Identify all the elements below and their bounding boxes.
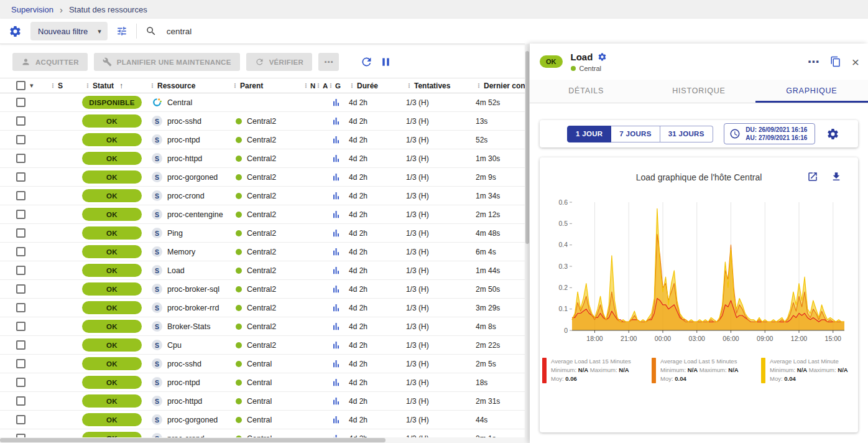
row-checkbox[interactable]	[16, 154, 25, 163]
tab-history[interactable]: HISTORIQUE	[642, 80, 755, 103]
row-checkbox[interactable]	[16, 172, 25, 182]
graph-icon[interactable]	[331, 191, 341, 200]
graph-icon[interactable]	[331, 378, 341, 387]
parent-name[interactable]: Central2	[247, 154, 276, 163]
drag-handle-icon[interactable]: ⋮	[303, 83, 309, 89]
col-status-header[interactable]: Statut	[93, 82, 114, 90]
row-checkbox[interactable]	[16, 284, 25, 294]
drag-handle-icon[interactable]: ⋮	[328, 83, 334, 89]
graph-icon[interactable]	[331, 284, 341, 294]
parent-name[interactable]: Central2	[247, 341, 276, 350]
download-icon[interactable]	[831, 171, 842, 182]
parent-name[interactable]: Central2	[247, 285, 276, 294]
resource-name[interactable]: proc-ntpd	[167, 136, 200, 144]
resource-name[interactable]: proc-crond	[167, 192, 205, 200]
table-row[interactable]: OK S proc-ntpd Central2 4d 2h 1/3 (H) 52…	[0, 131, 530, 149]
row-checkbox[interactable]	[16, 415, 25, 424]
parent-name[interactable]: Central2	[247, 266, 276, 275]
drag-handle-icon[interactable]: ⋮	[349, 83, 355, 89]
legend-item[interactable]: Average Load Last 15 Minutes Minimum: N/…	[542, 358, 649, 383]
parent-name[interactable]: Central2	[247, 210, 276, 219]
vertical-scrollbar-thumb[interactable]	[525, 51, 529, 244]
col-duration-header[interactable]: Durée	[357, 82, 378, 90]
load-chart[interactable]: 00.10.20.30.40.50.618:0021:0000:0003:000…	[543, 197, 854, 353]
table-row[interactable]: OK S Cpu Central2 4d 2h 1/3 (H) 2m 22s	[0, 336, 530, 355]
close-panel-icon[interactable]: ×	[852, 55, 859, 68]
row-checkbox[interactable]	[16, 396, 25, 406]
table-row[interactable]: OK S proc-sshd Central 4d 2h 1/3 (H) 2m …	[0, 355, 530, 373]
table-row[interactable]: DISPONIBLE Central 4d 2h 1/3 (H) 4m 52s	[0, 93, 530, 112]
row-checkbox[interactable]	[16, 378, 25, 387]
row-checkbox[interactable]	[16, 359, 25, 368]
parent-name[interactable]: Central	[247, 397, 272, 406]
col-parent-header[interactable]: Parent	[240, 82, 263, 90]
graph-icon[interactable]	[331, 322, 341, 331]
date-range-picker[interactable]: DU: 26/09/2021 16:16 AU: 27/09/2021 16:1…	[724, 123, 815, 144]
resource-name[interactable]: proc-broker-rrd	[167, 304, 219, 312]
graph-icon[interactable]	[331, 415, 341, 424]
parent-name[interactable]: Central2	[247, 192, 276, 200]
drag-handle-icon[interactable]: ⋮	[476, 83, 482, 89]
resource-settings-gear-icon[interactable]	[598, 52, 607, 62]
select-all-caret-icon[interactable]: ▾	[30, 82, 34, 89]
graph-icon[interactable]	[331, 210, 341, 219]
sort-asc-icon[interactable]: ↑	[119, 82, 123, 90]
vertical-scrollbar[interactable]	[525, 44, 530, 443]
resource-name[interactable]: proc-httpd	[167, 397, 202, 406]
period-7days-button[interactable]: 7 JOURS	[611, 126, 660, 142]
resource-name[interactable]: Central	[167, 98, 192, 107]
col-resource-header[interactable]: Ressource	[157, 82, 195, 90]
horizontal-scrollbar[interactable]	[0, 437, 525, 443]
col-a-header[interactable]: A	[323, 82, 328, 90]
drag-handle-icon[interactable]: ⋮	[232, 83, 238, 89]
resource-name[interactable]: Ping	[167, 229, 183, 238]
open-in-new-icon[interactable]	[807, 171, 818, 182]
parent-name[interactable]: Central	[247, 416, 272, 424]
resource-name[interactable]: proc-gorgoned	[167, 173, 218, 182]
table-row[interactable]: OK S proc-broker-sql Central2 4d 2h 1/3 …	[0, 280, 530, 299]
check-button[interactable]: VÉRIFIER	[246, 53, 312, 71]
drag-handle-icon[interactable]: ⋮	[315, 83, 321, 89]
graph-icon[interactable]	[331, 340, 341, 350]
parent-name[interactable]: Central2	[247, 322, 276, 331]
table-row[interactable]: OK S proc-gorgoned Central 4d 2h 1/3 (H)…	[0, 411, 530, 429]
graph-icon[interactable]	[331, 396, 341, 406]
parent-name[interactable]: Central2	[247, 173, 276, 182]
col-g-header[interactable]: G	[335, 82, 341, 90]
row-checkbox[interactable]	[16, 303, 25, 312]
resource-name[interactable]: proc-sshd	[167, 117, 201, 126]
resource-name[interactable]: proc-ntpd	[167, 378, 200, 387]
graph-icon[interactable]	[331, 172, 341, 182]
legend-item[interactable]: Average Load Last 5 Minutes Minimum: N/A…	[652, 358, 759, 383]
parent-name[interactable]: Central2	[247, 229, 276, 238]
table-row[interactable]: OK S proc-crond Central2 4d 2h 1/3 (H) 1…	[0, 187, 530, 205]
pause-icon[interactable]	[379, 55, 392, 68]
row-checkbox[interactable]	[16, 340, 25, 350]
period-1day-button[interactable]: 1 JOUR	[567, 126, 611, 142]
breadcrumb-supervision[interactable]: Supervision	[11, 5, 53, 14]
table-row[interactable]: OK S proc-ntpd Central 4d 2h 1/3 (H) 18s	[0, 373, 530, 392]
filter-tune-icon[interactable]	[116, 26, 127, 37]
maintenance-button[interactable]: PLANIFIER UNE MAINTENANCE	[94, 53, 240, 71]
parent-name[interactable]: Central	[247, 378, 272, 387]
col-severity-header[interactable]: S	[58, 82, 63, 90]
resource-name[interactable]: proc-gorgoned	[167, 416, 218, 424]
table-row[interactable]: OK S proc-broker-rrd Central2 4d 2h 1/3 …	[0, 299, 530, 317]
resource-name[interactable]: proc-centengine	[167, 210, 223, 219]
search-input[interactable]	[165, 26, 566, 37]
copy-link-icon[interactable]	[830, 56, 841, 67]
more-actions-button[interactable]: ⋯	[318, 53, 339, 71]
row-checkbox[interactable]	[16, 266, 25, 275]
panel-parent-name[interactable]: Central	[579, 65, 601, 72]
filter-preset-select[interactable]: Nouveau filtre ▾	[30, 22, 108, 40]
horizontal-scrollbar-thumb[interactable]	[0, 438, 386, 442]
graph-icon[interactable]	[331, 154, 341, 163]
refresh-icon[interactable]	[360, 55, 373, 68]
table-row[interactable]: OK S proc-httpd Central2 4d 2h 1/3 (H) 1…	[0, 149, 530, 168]
row-checkbox[interactable]	[16, 135, 25, 144]
panel-more-icon[interactable]: ⋯	[808, 56, 820, 68]
graph-icon[interactable]	[331, 135, 341, 144]
table-row[interactable]: OK S Memory Central2 4d 2h 1/3 (H) 6m 4s	[0, 243, 530, 261]
resource-name[interactable]: Load	[167, 266, 185, 275]
filters-gear-icon[interactable]	[9, 25, 22, 38]
